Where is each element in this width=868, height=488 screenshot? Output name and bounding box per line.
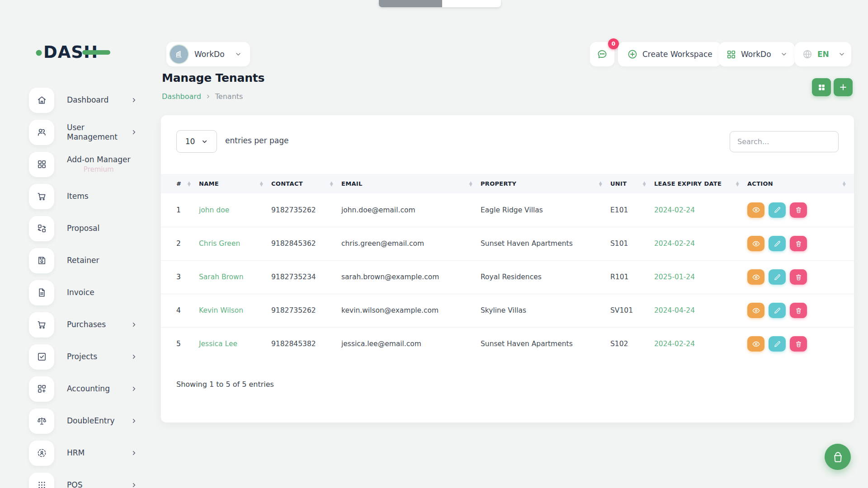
workspace-avatar <box>169 44 189 64</box>
cell-lease-expiry: 2024-02-24 <box>654 340 695 348</box>
sidebar-item-accounting[interactable]: Accounting <box>29 373 137 405</box>
view-button[interactable] <box>747 336 764 352</box>
chevron-right-icon <box>131 418 137 424</box>
premium-badge: Premium <box>67 165 130 174</box>
sidebar-item-retainer[interactable]: Retainer <box>29 244 137 277</box>
sort-icon[interactable]: ▲▼ <box>188 182 191 186</box>
save-icon <box>29 248 54 273</box>
language-dropdown[interactable]: EN <box>795 42 851 66</box>
sidebar-item-proposal[interactable]: Proposal <box>29 212 137 244</box>
sidebar-item-label: HRM <box>67 448 85 457</box>
pencil-icon <box>774 307 781 314</box>
chat-icon <box>596 48 608 60</box>
sort-icon[interactable]: ▲▼ <box>736 182 739 186</box>
sidebar-item-hrm[interactable]: HRM <box>29 437 137 469</box>
cell-property: Sunset Haven Apartments <box>481 227 610 260</box>
table-row: 2 Chris Green 9182845362 chris.green@ema… <box>161 227 854 260</box>
edit-button[interactable] <box>769 336 786 352</box>
sidebar-item-label: User Management <box>67 123 131 141</box>
sort-icon[interactable]: ▲▼ <box>260 182 263 186</box>
entries-per-page-label: entries per page <box>225 136 288 145</box>
cell-contact: 9182735234 <box>271 260 341 294</box>
edit-button[interactable] <box>769 236 786 251</box>
cell-contact: 9182845362 <box>271 227 341 260</box>
column-header-contact[interactable]: CONTACT▲▼ <box>271 174 341 193</box>
sidebar-item-invoice[interactable]: Invoice <box>29 277 137 309</box>
column-header-index[interactable]: #▲▼ <box>161 174 199 193</box>
view-button[interactable] <box>747 269 764 285</box>
sidebar-item-pos[interactable]: POS <box>29 469 137 488</box>
view-button[interactable] <box>747 236 764 251</box>
delete-button[interactable] <box>790 202 807 218</box>
search-input[interactable] <box>730 131 839 152</box>
cell-index: 1 <box>161 193 199 227</box>
column-header-email[interactable]: EMAIL▲▼ <box>341 174 481 193</box>
column-header-action[interactable]: ACTION▲▼ <box>747 174 854 193</box>
tenant-name-link[interactable]: john doe <box>199 206 229 214</box>
language-label: EN <box>817 50 829 59</box>
sidebar-item-doubleentry[interactable]: DoubleEntry <box>29 405 137 437</box>
marketplace-fab[interactable] <box>825 444 851 470</box>
tenant-name-link[interactable]: Chris Green <box>199 239 240 248</box>
swap-icon <box>29 216 54 241</box>
delete-button[interactable] <box>790 236 807 251</box>
sort-icon[interactable]: ▲▼ <box>330 182 333 186</box>
sidebar-item-projects[interactable]: Projects <box>29 341 137 373</box>
entries-per-page-select[interactable]: 10 <box>176 130 217 153</box>
messenger-button[interactable]: 0 <box>590 42 614 66</box>
cell-lease-expiry: 2024-02-24 <box>654 239 695 248</box>
create-workspace-button[interactable]: Create Workspace <box>618 42 722 66</box>
delete-button[interactable] <box>790 269 807 285</box>
breadcrumb-dashboard-link[interactable]: Dashboard <box>162 92 201 101</box>
view-button[interactable] <box>747 303 764 318</box>
tenants-card: 10 entries per page #▲▼ NAME▲▼ CONTACT▲▼… <box>161 115 854 422</box>
column-header-unit[interactable]: UNIT▲▼ <box>610 174 654 193</box>
tenant-name-link[interactable]: Jessica Lee <box>199 340 237 348</box>
sidebar-item-addon-manager[interactable]: Add-on Manager Premium <box>29 148 137 180</box>
workspace-switcher[interactable]: WorkDo <box>166 42 250 66</box>
sort-icon[interactable]: ▲▼ <box>843 182 846 186</box>
chevron-right-icon <box>131 385 137 392</box>
sidebar-item-label: Projects <box>67 352 97 361</box>
chevron-down-icon <box>201 138 208 145</box>
chevron-right-icon <box>131 129 137 136</box>
add-tenant-button[interactable] <box>834 78 853 96</box>
sidebar-item-items[interactable]: Items <box>29 180 137 212</box>
grid-view-button[interactable] <box>812 78 831 96</box>
top-center-artifact <box>379 0 501 7</box>
cell-unit: S101 <box>610 227 654 260</box>
sidebar-item-dashboard[interactable]: Dashboard <box>29 84 137 116</box>
sort-icon[interactable]: ▲▼ <box>599 182 602 186</box>
delete-button[interactable] <box>790 303 807 318</box>
apps-dropdown[interactable]: WorkDo <box>719 42 795 66</box>
column-header-name[interactable]: NAME▲▼ <box>199 174 271 193</box>
sidebar-item-label: Invoice <box>67 288 94 297</box>
chat-count-badge: 0 <box>608 38 619 49</box>
sort-icon[interactable]: ▲▼ <box>643 182 646 186</box>
trash-icon <box>795 340 802 348</box>
grid-icon <box>29 152 54 177</box>
sidebar-item-label: Purchases <box>67 320 106 329</box>
pencil-icon <box>774 340 781 348</box>
tenant-name-link[interactable]: Sarah Brown <box>199 273 244 281</box>
column-header-lease-expiry[interactable]: LEASE EXPIRY DATE▲▼ <box>654 174 747 193</box>
cell-lease-expiry: 2024-04-24 <box>654 306 695 314</box>
shopping-bag-icon <box>832 451 844 463</box>
delete-button[interactable] <box>790 336 807 352</box>
sidebar-item-user-management[interactable]: User Management <box>29 116 137 148</box>
edit-button[interactable] <box>769 303 786 318</box>
sidebar-item-purchases[interactable]: Purchases <box>29 309 137 341</box>
sidebar-item-label: Accounting <box>67 384 110 393</box>
cell-property: Sunset Haven Apartments <box>481 327 610 361</box>
column-header-property[interactable]: PROPERTY▲▼ <box>481 174 610 193</box>
tenant-name-link[interactable]: Kevin Wilson <box>199 306 243 314</box>
sort-icon[interactable]: ▲▼ <box>469 182 472 186</box>
edit-button[interactable] <box>769 269 786 285</box>
edit-button[interactable] <box>769 202 786 218</box>
grid-plus-icon <box>726 49 736 60</box>
sidebar-item-label: Retainer <box>67 256 99 265</box>
sidebar: DASH Dashboard User Management <box>0 0 149 488</box>
view-button[interactable] <box>747 202 764 218</box>
brand-logo[interactable]: DASH <box>35 40 112 61</box>
cell-property: Royal Residences <box>481 260 610 294</box>
